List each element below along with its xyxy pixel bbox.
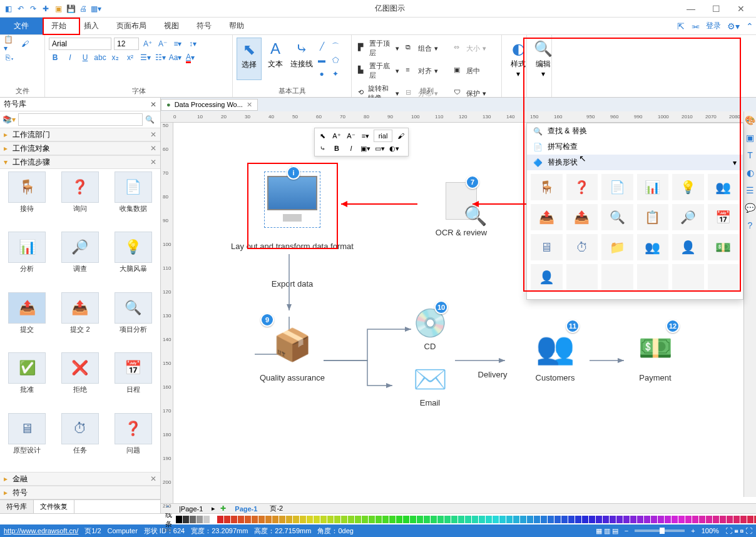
replace-shape-item[interactable]: 📄 xyxy=(601,174,633,200)
color-swatch[interactable] xyxy=(396,516,402,523)
node-payment[interactable]: 💵 12 Payment xyxy=(621,323,690,382)
symbol-cat-3[interactable]: ▾工作流步骤✕ xyxy=(0,155,160,169)
font-size-input[interactable] xyxy=(114,38,139,50)
font-color-icon[interactable]: A▾ xyxy=(184,51,197,64)
decrease-font-icon[interactable]: A⁻ xyxy=(156,38,169,50)
color-swatch[interactable] xyxy=(506,516,513,523)
menu-layout[interactable]: 页面布局 xyxy=(108,18,155,34)
color-swatch[interactable] xyxy=(245,516,251,523)
outline-page[interactable]: |Page-1 xyxy=(175,505,207,513)
shadow-icon[interactable]: ◐ xyxy=(747,168,754,178)
color-swatch[interactable] xyxy=(603,516,609,523)
replace-shape-item[interactable]: 💡 xyxy=(672,174,704,200)
star-icon[interactable]: ✦ xyxy=(329,68,342,80)
color-swatch[interactable] xyxy=(258,516,265,523)
replace-shape-item[interactable] xyxy=(566,264,598,290)
color-swatch[interactable] xyxy=(424,516,430,523)
spacing-icon[interactable]: ↕▾ xyxy=(186,38,199,50)
symbol-item[interactable]: 🔎调查 xyxy=(56,232,105,288)
redo-icon[interactable]: ↷ xyxy=(28,3,39,14)
status-url[interactable]: http://www.edrawsoft.cn/ xyxy=(4,527,78,534)
color-swatch[interactable] xyxy=(568,516,575,523)
node-customers[interactable]: 👥 11 Customers xyxy=(518,323,593,382)
mini-bold-icon[interactable]: B xyxy=(330,142,343,155)
mini-connector-icon[interactable]: ⤷ xyxy=(316,142,329,155)
replace-shape-item[interactable]: 👥 xyxy=(708,174,740,200)
replace-shape-item[interactable]: 📤 xyxy=(531,204,563,230)
color-swatch[interactable] xyxy=(665,516,671,523)
replace-shape-item[interactable]: 🔎 xyxy=(672,204,704,230)
export-icon[interactable]: ▦▾ xyxy=(90,3,101,14)
color-swatch[interactable] xyxy=(369,516,375,523)
tab-close-icon[interactable]: ✕ xyxy=(247,101,252,109)
color-swatch[interactable] xyxy=(327,516,334,523)
replace-shape-item[interactable] xyxy=(601,264,633,290)
mini-line-icon[interactable]: ▭▾ xyxy=(374,142,386,155)
symbol-cat-5[interactable]: ▸符号 xyxy=(0,486,160,499)
color-swatch[interactable] xyxy=(341,516,347,523)
color-swatch[interactable] xyxy=(582,516,588,523)
open-icon[interactable]: ▣ xyxy=(53,3,64,14)
page-2-tab[interactable]: 页-2 xyxy=(266,504,287,513)
color-swatch[interactable] xyxy=(678,516,685,523)
symbol-close-icon[interactable]: ✕ xyxy=(150,100,156,109)
underline-icon[interactable]: U xyxy=(79,51,91,64)
canvas-scroll[interactable]: ⌃ |Page-1 ▸ ✚ Page-1 页-2 xyxy=(161,503,756,513)
color-swatch[interactable] xyxy=(272,516,278,523)
save-icon[interactable]: 💾 xyxy=(65,3,76,14)
color-swatch[interactable] xyxy=(534,516,540,523)
print-icon[interactable]: 🖨 xyxy=(78,3,89,14)
canvas[interactable]: ⬉ A⁺ A⁻ ≡▾ rial 🖌 ⤷ B I ▣▾ ▭▾ ◐▾ xyxy=(173,123,756,503)
symbol-item[interactable]: ❌拒绝 xyxy=(56,352,105,409)
color-swatch[interactable] xyxy=(561,516,568,523)
color-swatch[interactable] xyxy=(417,516,423,523)
color-swatch[interactable] xyxy=(279,516,285,523)
symbol-cat-2[interactable]: ▸工作流对象✕ xyxy=(0,141,160,155)
color-swatch[interactable] xyxy=(334,516,340,523)
color-swatch[interactable] xyxy=(575,516,581,523)
line-icon[interactable]: ╱ xyxy=(315,40,328,53)
replace-shape-item[interactable]: ⏱ xyxy=(566,234,598,260)
color-swatch[interactable] xyxy=(520,516,526,523)
color-swatch[interactable] xyxy=(610,516,616,523)
color-swatch[interactable] xyxy=(231,516,237,523)
close-icon[interactable]: ✕ xyxy=(732,4,750,14)
node-qa[interactable]: 📦 9 Quality assurance xyxy=(242,317,342,382)
symbol-item[interactable]: ⏱任务 xyxy=(56,413,105,469)
mini-brush-icon[interactable]: 🖌 xyxy=(394,130,407,142)
color-swatch[interactable] xyxy=(548,516,554,523)
mini-inc-font-icon[interactable]: A⁺ xyxy=(330,130,343,142)
color-swatch[interactable] xyxy=(286,516,292,523)
color-swatch[interactable] xyxy=(637,516,643,523)
color-swatch[interactable] xyxy=(658,516,664,523)
color-swatch[interactable] xyxy=(740,516,747,523)
color-swatch[interactable] xyxy=(644,516,650,523)
bullets-icon[interactable]: ☰▾ xyxy=(139,51,151,64)
menu-view[interactable]: 视图 xyxy=(155,18,188,34)
color-swatch[interactable] xyxy=(451,516,457,523)
replace-shape-item[interactable]: 📁 xyxy=(601,234,633,260)
node-layout[interactable]: i xyxy=(255,171,330,228)
send-back[interactable]: ▙置于底层▾ xyxy=(355,60,402,81)
symbol-item[interactable]: 📄收集数据 xyxy=(108,171,158,228)
footer-tab-library[interactable]: 符号库 xyxy=(0,500,34,513)
replace-shape-item[interactable]: 📋 xyxy=(637,204,669,230)
replace-shape-item[interactable]: 📅 xyxy=(708,204,740,230)
replace-shape-item[interactable]: ❓ xyxy=(566,174,598,200)
page-1-tab[interactable]: Page-1 xyxy=(231,505,261,513)
italic-icon[interactable]: I xyxy=(64,51,76,64)
footer-tab-recovery[interactable]: 文件恢复 xyxy=(34,500,74,513)
strike-icon[interactable]: abc xyxy=(94,51,106,64)
center-btn[interactable]: ▣居中 xyxy=(451,60,498,81)
color-swatch[interactable] xyxy=(747,516,753,523)
menu-start[interactable]: 开始 xyxy=(43,18,75,34)
color-swatch[interactable] xyxy=(190,516,196,523)
color-swatch[interactable] xyxy=(589,516,595,523)
rect-icon[interactable]: ▬ xyxy=(315,54,328,66)
color-swatch[interactable] xyxy=(203,516,210,523)
mini-fill-icon[interactable]: ▣▾ xyxy=(359,142,372,155)
zoom-in-icon[interactable]: + xyxy=(691,527,695,534)
color-swatch[interactable] xyxy=(238,516,244,523)
login-link[interactable]: 登录 xyxy=(706,21,721,31)
mini-align-icon[interactable]: ≡▾ xyxy=(359,130,372,142)
